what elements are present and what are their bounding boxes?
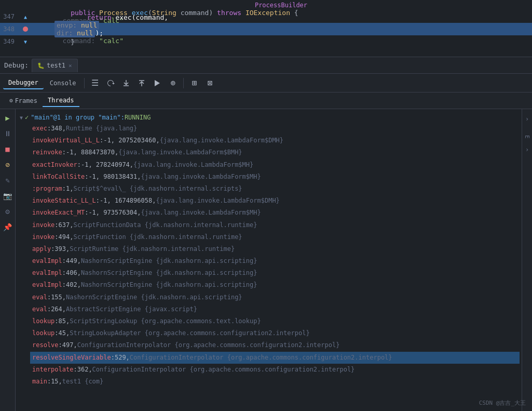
- debug-panel: ▶ ⏸ ■ ⊘ ✎ 📷 ⚙ 📌 ▼ ✓ "main"@1 in group "m…: [0, 109, 532, 411]
- debug-tab-close[interactable]: ×: [69, 62, 72, 69]
- stack-item[interactable]: reinvoke:-1, 888473870, {java.lang.invok…: [30, 147, 520, 158]
- stack-item[interactable]: evalImpl:402, NashornScriptEngine {jdk.n…: [30, 279, 520, 291]
- thread-checkmark: ✓: [25, 114, 29, 121]
- code-content-349: }: [30, 30, 532, 54]
- stack-item[interactable]: invoke:637, ScriptFunctionData {jdk.nash…: [30, 219, 520, 231]
- right-panel: › E ›: [522, 109, 532, 411]
- stack-item[interactable]: interpolate:362, ConfigurationInterpolat…: [30, 364, 520, 376]
- arrow-up-347: ▲: [24, 14, 27, 20]
- stack-list: exec:348, Runtime {java.lang}invokeVirtu…: [30, 123, 520, 388]
- right-panel-arrow2[interactable]: ›: [523, 144, 531, 155]
- debug-subtabs: ⚙ Frames Threads: [0, 92, 532, 109]
- left-icon-settings2[interactable]: ⚙: [1, 205, 15, 218]
- code-area: ProcessBuilder 347 ▲ public Process exec…: [0, 0, 532, 57]
- right-panel-label: E: [524, 135, 530, 139]
- debug-tabbar: Debug: 🐛 test1 ×: [0, 57, 532, 74]
- line-number-349: 349: [0, 38, 21, 45]
- stack-item[interactable]: resolve:497, ConfigurationInterpolator {…: [30, 339, 520, 351]
- subtab-threads[interactable]: Threads: [43, 95, 79, 107]
- debug-tab-name: test1: [47, 62, 65, 69]
- line-gutter-347: ▲: [21, 14, 30, 20]
- toolbar-btn-view-frames[interactable]: ⊞: [187, 76, 201, 90]
- left-icon-edit[interactable]: ✎: [1, 174, 15, 187]
- left-sidebar-icons: ▶ ⏸ ■ ⊘ ✎ 📷 ⚙ 📌: [0, 109, 16, 411]
- right-panel-arrow[interactable]: ›: [523, 113, 531, 125]
- line-number-347: 347: [0, 13, 21, 20]
- debug-tab-test1[interactable]: 🐛 test1 ×: [32, 59, 78, 72]
- stack-item[interactable]: invokeVirtual_LL_L:-1, 2075203460, {java…: [30, 135, 520, 147]
- line-number-348: 348: [0, 25, 21, 33]
- code-line-349: 349 ▼ }: [0, 35, 532, 48]
- toolbar-btn-settings[interactable]: ⊠: [202, 76, 217, 90]
- toolbar-sep-2: [183, 78, 184, 88]
- thread-group-main: ▼ ✓ "main"@1 in group "main": RUNNING ex…: [16, 109, 522, 391]
- thread-chevron: ▼: [20, 115, 23, 121]
- debug-tab-icon: 🐛: [37, 62, 45, 69]
- stack-item[interactable]: main:15, test1 {com}: [30, 376, 520, 388]
- toolbar-btn-step-over[interactable]: [103, 76, 118, 90]
- subtab-frames[interactable]: ⚙ Frames: [4, 95, 43, 107]
- left-icon-resume[interactable]: ▶: [1, 111, 15, 125]
- toolbar-btn-step-out[interactable]: [134, 76, 149, 90]
- stack-item[interactable]: eval:155, NashornScriptEngine {jdk.nasho…: [30, 291, 520, 303]
- stack-item[interactable]: evalImpl:406, NashornScriptEngine {jdk.n…: [30, 267, 520, 279]
- toolbar-btn-run-to-cursor[interactable]: [150, 76, 165, 90]
- toolbar: Debugger Console ☰ ⊕ ⊞ ⊠: [0, 74, 532, 92]
- frames-label: Frames: [15, 97, 37, 104]
- watermark: CSDN @吉吉_大王: [479, 399, 526, 407]
- stack-item[interactable]: apply:393, ScriptRuntime {jdk.nashorn.in…: [30, 243, 520, 255]
- thread-name: "main"@1 in group "main":: [31, 114, 125, 121]
- stack-item[interactable]: lookup:85, ScriptStringLookup {org.apach…: [30, 315, 520, 327]
- line-gutter-348: [21, 26, 30, 32]
- stack-item[interactable]: evalImpl:449, NashornScriptEngine {jdk.n…: [30, 255, 520, 267]
- stack-item[interactable]: invoke:494, ScriptFunction {jdk.nashorn.…: [30, 231, 520, 243]
- stack-item[interactable]: :program:1, Script$^eval\_ {jdk.nashorn.…: [30, 183, 520, 195]
- stack-item[interactable]: linkToCallSite:-1, 980138431, {java.lang…: [30, 171, 520, 183]
- threads-label: Threads: [48, 97, 74, 104]
- frames-panel[interactable]: ▼ ✓ "main"@1 in group "main": RUNNING ex…: [16, 109, 522, 411]
- debug-label: Debug:: [4, 61, 29, 69]
- arrow-down-349: ▼: [24, 39, 27, 45]
- thread-header-main[interactable]: ▼ ✓ "main"@1 in group "main": RUNNING: [18, 112, 520, 123]
- line-gutter-349: ▼: [21, 39, 30, 45]
- left-icon-stop[interactable]: ■: [1, 142, 15, 156]
- left-icon-camera[interactable]: 📷: [1, 189, 15, 203]
- stack-item[interactable]: exec:348, Runtime {java.lang}: [30, 123, 520, 135]
- stack-item[interactable]: invokeStatic_LL_L:-1, 1674896058, {java.…: [30, 195, 520, 207]
- stack-item[interactable]: eval:264, AbstractScriptEngine {javax.sc…: [30, 303, 520, 315]
- toolbar-sep-1: [84, 78, 85, 88]
- toolbar-btn-smart-step-into[interactable]: ⊕: [166, 76, 180, 90]
- stack-item[interactable]: invokeExact_MT:-1, 973576304, {java.lang…: [30, 207, 520, 219]
- thread-status: RUNNING: [125, 114, 151, 121]
- left-icon-pause[interactable]: ⏸: [1, 127, 15, 140]
- left-icon-pin[interactable]: 📌: [1, 220, 15, 234]
- tab-debugger[interactable]: Debugger: [3, 77, 44, 89]
- stack-item[interactable]: resolveSingleVariable:529, Configuration…: [30, 352, 520, 364]
- toolbar-btn-menu[interactable]: ☰: [88, 76, 102, 90]
- stack-item[interactable]: exactInvoker:-1, 278240974, {java.lang.i…: [30, 159, 520, 171]
- frames-icon: ⚙: [9, 97, 13, 104]
- left-icon-mute[interactable]: ⊘: [1, 158, 15, 171]
- breakpoint-348: [23, 26, 28, 32]
- tab-console[interactable]: Console: [45, 77, 81, 89]
- toolbar-btn-step-into[interactable]: [119, 76, 133, 90]
- stack-item[interactable]: lookup:45, StringLookupAdapter {org.apac…: [30, 327, 520, 339]
